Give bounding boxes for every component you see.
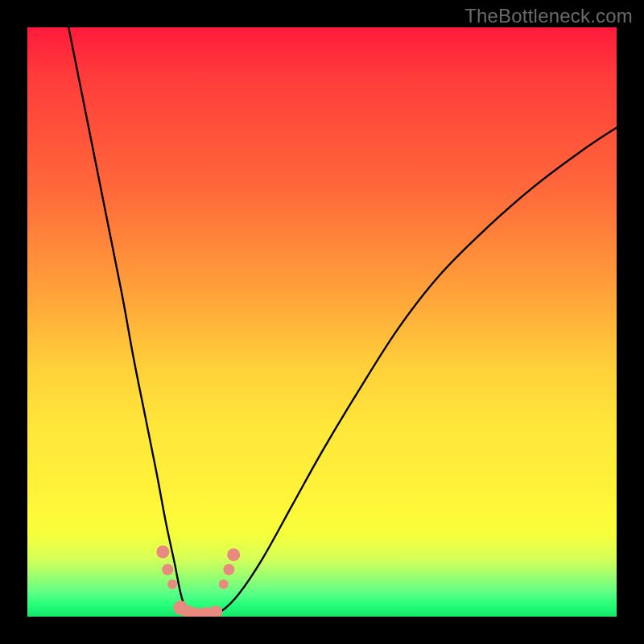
bead [209, 605, 222, 617]
bead [167, 580, 177, 589]
bottleneck-curve [68, 27, 617, 617]
bead [219, 580, 229, 589]
curve-svg [27, 27, 617, 617]
watermark-text: TheBottleneck.com [464, 5, 633, 27]
bead [162, 564, 173, 575]
bead [156, 545, 169, 558]
plot-area [27, 27, 617, 617]
chart-frame: TheBottleneck.com [0, 0, 644, 644]
bead [223, 564, 234, 575]
bead [227, 548, 240, 561]
